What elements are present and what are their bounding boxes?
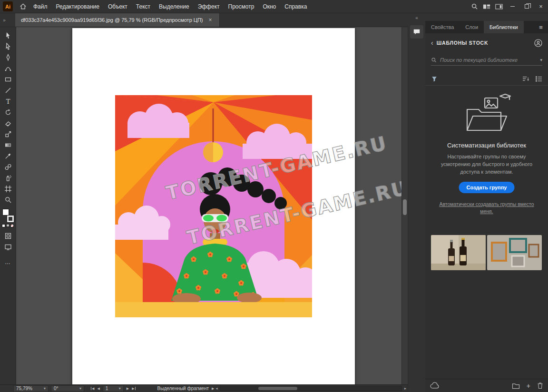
- artboard-tool[interactable]: [2, 183, 14, 194]
- status-indicator[interactable]: Выделенный фрагмент: [157, 386, 209, 391]
- first-artboard-button[interactable]: ◀: [89, 387, 96, 391]
- vertical-scrollbar-thumb[interactable]: [403, 199, 407, 215]
- none-mode-button[interactable]: [10, 224, 14, 227]
- create-group-button[interactable]: Создать группу: [459, 182, 515, 193]
- libraries-panel-body: ‹ ШАБЛОНЫ STOCK ▾: [425, 33, 548, 379]
- pen-tool[interactable]: [2, 52, 14, 63]
- library-item-bottles[interactable]: [431, 235, 486, 270]
- document-tab-bar: » df033c37a4e453c9009aa919d65f36.jpg @ 7…: [0, 13, 408, 27]
- auto-create-groups-link[interactable]: Автоматически создавать группы вместо ме…: [437, 201, 537, 215]
- blend-tool[interactable]: [2, 161, 14, 172]
- previous-artboard-button[interactable]: ◀: [96, 387, 101, 391]
- library-search-input[interactable]: [440, 57, 537, 63]
- chevron-down-icon[interactable]: ▾: [540, 58, 542, 62]
- list-view-icon[interactable]: [535, 76, 542, 82]
- fill-stroke-controls[interactable]: [2, 209, 14, 222]
- scroll-left-icon[interactable]: ◂: [214, 386, 219, 391]
- symbol-sprayer-tool[interactable]: [2, 172, 14, 183]
- horizontal-scrollbar[interactable]: [220, 386, 402, 391]
- minimize-button[interactable]: [505, 0, 519, 13]
- scroll-right-icon[interactable]: ▸: [403, 386, 408, 391]
- panel-menu-icon[interactable]: ≡: [534, 21, 548, 33]
- illustrator-logo-icon[interactable]: Ai: [3, 1, 13, 11]
- toolbar-expand-icon[interactable]: »: [0, 13, 9, 27]
- zoom-level-select[interactable]: 75,79% ▾: [13, 385, 49, 392]
- tab-close-icon[interactable]: ×: [209, 17, 212, 23]
- library-item-frames[interactable]: [487, 235, 542, 270]
- search-button[interactable]: [468, 0, 480, 13]
- curvature-tool[interactable]: [2, 63, 14, 74]
- blend-icon: [4, 163, 12, 171]
- menu-edit[interactable]: Редактирование: [52, 0, 104, 13]
- trash-icon[interactable]: [537, 382, 543, 389]
- tab-libraries[interactable]: Библиотеки: [484, 21, 524, 33]
- eyedropper-tool[interactable]: [2, 150, 14, 161]
- document-tab[interactable]: df033c37a4e453c9009aa919d65f36.jpg @ 75,…: [15, 13, 220, 27]
- chevron-down-icon: ▾: [119, 386, 121, 391]
- selection-icon: [4, 32, 12, 39]
- rotation-value: 0°: [54, 386, 77, 391]
- filter-icon[interactable]: [431, 76, 438, 82]
- libraries-panel: Свойства Слои Библиотеки ≡ ‹ ШАБЛОНЫ STO…: [425, 21, 548, 392]
- rectangle-tool[interactable]: [2, 74, 14, 85]
- sync-cloud-icon[interactable]: [430, 382, 440, 389]
- rectangle-icon: [4, 76, 12, 83]
- selection-tool[interactable]: [2, 30, 14, 41]
- draw-mode-button[interactable]: [2, 230, 14, 241]
- empty-state-description: Настраивайте группы по своему усмотрению…: [437, 153, 537, 176]
- close-button[interactable]: ×: [534, 0, 548, 13]
- back-icon[interactable]: ‹: [431, 39, 433, 47]
- tab-layers[interactable]: Слои: [460, 21, 484, 33]
- screen-mode-button[interactable]: [2, 241, 14, 252]
- direct-selection-tool[interactable]: [2, 41, 14, 52]
- menu-select[interactable]: Выделение: [155, 0, 194, 13]
- panel-collapse-icon[interactable]: «: [415, 15, 418, 20]
- line-segment-tool[interactable]: [2, 85, 14, 96]
- comments-panel-button[interactable]: [410, 25, 423, 39]
- restore-icon: [525, 4, 529, 9]
- close-icon: ×: [539, 3, 543, 10]
- gradient-tool[interactable]: [2, 139, 14, 150]
- more-tools-button[interactable]: …: [5, 259, 11, 265]
- gradient-mode-button[interactable]: [6, 224, 10, 227]
- placed-image[interactable]: [115, 95, 312, 317]
- invite-user-icon[interactable]: [534, 39, 542, 47]
- new-folder-icon[interactable]: [512, 382, 520, 389]
- color-mode-button[interactable]: [2, 224, 5, 227]
- zoom-icon: [4, 196, 12, 204]
- rotate-tool[interactable]: [2, 107, 14, 118]
- eraser-tool[interactable]: [2, 118, 14, 128]
- zoom-tool[interactable]: [2, 194, 14, 205]
- type-tool[interactable]: T: [2, 96, 14, 107]
- symbol-sprayer-icon: [4, 174, 12, 182]
- restore-button[interactable]: [519, 0, 534, 13]
- tab-properties[interactable]: Свойства: [425, 21, 460, 33]
- vertical-scrollbar[interactable]: [401, 27, 408, 384]
- menu-type[interactable]: Текст: [132, 0, 155, 13]
- search-icon: [431, 57, 437, 63]
- horizontal-scrollbar-thumb[interactable]: [258, 387, 297, 390]
- stroke-swatch[interactable]: [7, 216, 14, 222]
- menu-window[interactable]: Окно: [258, 0, 280, 13]
- add-item-icon[interactable]: +: [527, 382, 530, 389]
- artboard-number-select[interactable]: 1 ▾: [103, 385, 124, 392]
- home-button[interactable]: [17, 0, 29, 13]
- artboard-number-value: 1: [106, 386, 117, 391]
- canvas-area[interactable]: TORRENT-GAME.RU TORRENT-GAME.RU: [16, 27, 401, 384]
- arrange-documents-button[interactable]: [480, 0, 493, 13]
- library-footer: +: [425, 379, 548, 392]
- last-artboard-button[interactable]: ▶: [130, 387, 137, 391]
- menu-help[interactable]: Справка: [280, 0, 311, 13]
- rotation-select[interactable]: 0° ▾: [51, 385, 84, 392]
- fill-swatch[interactable]: [2, 209, 9, 216]
- next-artboard-button[interactable]: ▶: [125, 387, 130, 391]
- menu-object[interactable]: Объект: [104, 0, 132, 13]
- workspace-switcher-button[interactable]: [493, 0, 505, 13]
- library-search: ▾: [431, 54, 542, 66]
- menu-view[interactable]: Просмотр: [224, 0, 259, 13]
- sort-icon[interactable]: [522, 76, 529, 82]
- eyedropper-icon: [4, 152, 12, 160]
- menu-effect[interactable]: Эффект: [194, 0, 224, 13]
- scale-tool[interactable]: [2, 128, 14, 139]
- menu-file[interactable]: Файл: [29, 0, 52, 13]
